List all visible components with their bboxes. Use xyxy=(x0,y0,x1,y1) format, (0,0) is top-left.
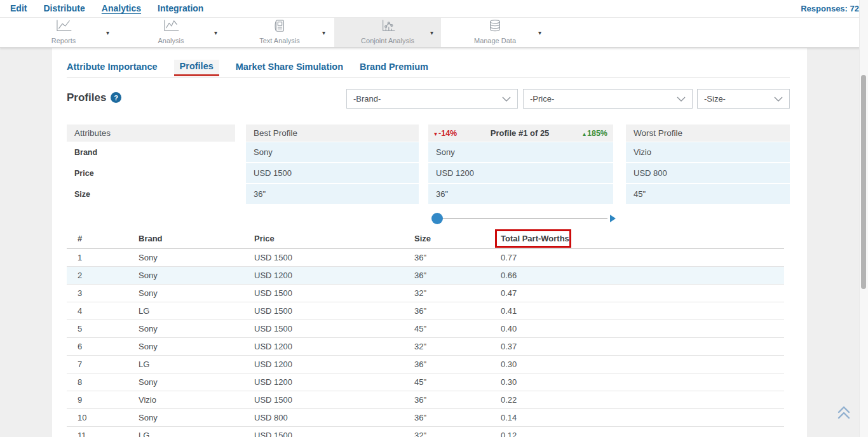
table-cell: 36" xyxy=(414,391,426,409)
table-cell: USD 1200 xyxy=(254,356,292,373)
size-filter-dropdown[interactable]: -Size- xyxy=(697,89,790,109)
table-cell: Vizio xyxy=(139,391,156,409)
table-cell: 0.22 xyxy=(501,391,517,409)
conjoint-analysis-dropdown-caret[interactable]: ▾ xyxy=(430,30,433,36)
table-cell: 32" xyxy=(414,285,426,302)
tab-brand-premium[interactable]: Brand Premium xyxy=(360,62,428,76)
reports-dropdown-caret[interactable]: ▾ xyxy=(106,30,109,36)
analysis-dropdown-caret[interactable]: ▾ xyxy=(214,30,217,36)
table-cell: 0.30 xyxy=(501,356,517,373)
table-header-number[interactable]: # xyxy=(78,234,82,243)
toolbar-button-conjoint-analysis[interactable]: Conjoint Analysis xyxy=(334,18,441,47)
analytics-toolbar: Reports ▾ Analysis ▾ Text Analysis ▾ Con… xyxy=(0,18,868,48)
toolbar-button-text-analysis[interactable]: Text Analysis xyxy=(232,18,327,47)
table-cell: USD 1500 xyxy=(254,249,292,267)
current-profile-size-cell: 36" xyxy=(428,184,613,204)
slider-arrow-right-icon[interactable] xyxy=(610,215,616,222)
toolbar-label: Reports xyxy=(51,37,76,44)
triangle-up-icon: ▴ xyxy=(583,130,586,137)
current-profile-header: ▾-14% Profile #1 of 25 ▴185% xyxy=(428,124,613,142)
toolbar-button-reports[interactable]: Reports xyxy=(16,18,111,47)
profile-slider xyxy=(428,212,616,225)
nav-item-distribute[interactable]: Distribute xyxy=(43,3,85,15)
table-cell: LG xyxy=(139,427,149,437)
table-cell: LG xyxy=(139,356,149,373)
profile-slider-handle[interactable] xyxy=(431,213,443,224)
page-title: Profiles xyxy=(67,91,106,104)
table-cell: 0.14 xyxy=(501,409,517,427)
table-row[interactable]: 11LGUSD 150032"0.12 xyxy=(67,427,784,437)
price-filter-value: -Price- xyxy=(530,94,554,104)
best-profile-size-cell: 36" xyxy=(246,184,419,204)
trend-chart-icon xyxy=(161,19,180,36)
table-cell: Sony xyxy=(139,338,158,356)
profile-slider-track[interactable] xyxy=(437,218,607,219)
tab-attribute-importance[interactable]: Attribute Importance xyxy=(67,62,158,76)
document-grid-icon xyxy=(270,19,289,36)
table-row[interactable]: 3SonyUSD 150032"0.47 xyxy=(67,285,784,302)
table-header-total-part-worths[interactable]: Total Part-Worths xyxy=(501,234,569,243)
table-row[interactable]: 7LGUSD 120036"0.30 xyxy=(67,356,784,373)
table-row[interactable]: 9VizioUSD 150036"0.22 xyxy=(67,391,784,409)
table-cell: 45" xyxy=(414,320,426,338)
table-cell: USD 1200 xyxy=(254,267,292,285)
table-row[interactable]: 10SonyUSD 80036"0.14 xyxy=(67,409,784,427)
help-icon[interactable]: ? xyxy=(111,92,121,103)
table-cell: Sony xyxy=(139,285,158,302)
table-row[interactable]: 2SonyUSD 120036"0.66 xyxy=(67,267,784,285)
nav-item-integration[interactable]: Integration xyxy=(158,3,203,15)
nav-item-analytics[interactable]: Analytics xyxy=(102,3,141,15)
attribute-label-brand: Brand xyxy=(74,142,97,162)
top-nav: Edit Distribute Analytics Integration Re… xyxy=(0,0,868,18)
conjoint-chart-icon xyxy=(378,19,397,36)
toolbar-label: Manage Data xyxy=(474,37,516,44)
vertical-scrollbar-track[interactable] xyxy=(859,0,868,437)
table-row[interactable]: 4LGUSD 150036"0.41 xyxy=(67,302,784,320)
best-profile-brand-cell: Sony xyxy=(246,142,419,162)
table-cell: USD 1200 xyxy=(254,373,292,391)
table-cell: Sony xyxy=(139,373,158,391)
chevron-down-icon xyxy=(677,97,686,102)
table-row[interactable]: 8SonyUSD 120045"0.30 xyxy=(67,373,784,391)
table-cell: 6 xyxy=(78,338,82,356)
tab-profiles[interactable]: Profiles xyxy=(174,60,219,76)
table-header-size[interactable]: Size xyxy=(414,234,431,243)
table-cell: 0.47 xyxy=(501,285,517,302)
table-row[interactable]: 5SonyUSD 150045"0.40 xyxy=(67,320,784,338)
table-cell: 0.40 xyxy=(501,320,517,338)
table-header-brand[interactable]: Brand xyxy=(139,234,163,243)
toolbar-label: Analysis xyxy=(158,37,184,44)
table-cell: Sony xyxy=(139,267,158,285)
table-cell: USD 1500 xyxy=(254,302,292,320)
price-filter-dropdown[interactable]: -Price- xyxy=(523,89,693,109)
tab-market-share-simulation[interactable]: Market Share Simulation xyxy=(236,62,343,76)
manage-data-dropdown-caret[interactable]: ▾ xyxy=(538,30,541,36)
table-cell: 36" xyxy=(414,267,426,285)
table-row[interactable]: 1SonyUSD 150036"0.77 xyxy=(67,249,784,267)
vertical-scrollbar-thumb[interactable] xyxy=(861,75,866,289)
nav-item-edit[interactable]: Edit xyxy=(10,3,27,15)
toolbar-label: Conjoint Analysis xyxy=(361,37,414,44)
current-profile-price-cell: USD 1200 xyxy=(428,163,613,183)
better-percentage: ▴185% xyxy=(583,129,607,138)
content-panel: Attribute Importance Profiles Market Sha… xyxy=(52,48,807,437)
current-profile-title: Profile #1 of 25 xyxy=(457,128,583,138)
scroll-to-top-button[interactable] xyxy=(836,405,851,421)
brand-filter-dropdown[interactable]: -Brand- xyxy=(346,89,518,109)
table-cell: 45" xyxy=(414,373,426,391)
toolbar-button-manage-data[interactable]: Manage Data xyxy=(447,18,543,47)
table-cell: 8 xyxy=(78,373,82,391)
table-cell: Sony xyxy=(139,409,158,427)
line-chart-icon xyxy=(54,19,73,36)
table-cell: 10 xyxy=(78,409,86,427)
text-analysis-dropdown-caret[interactable]: ▾ xyxy=(322,30,325,36)
toolbar-button-analysis[interactable]: Analysis xyxy=(123,18,219,47)
toolbar-label: Text Analysis xyxy=(259,37,300,44)
table-row[interactable]: 6SonyUSD 120032"0.37 xyxy=(67,338,784,356)
table-cell: 0.30 xyxy=(501,373,517,391)
responses-count[interactable]: Responses: 72 xyxy=(801,4,859,13)
worst-profile-header: Worst Profile xyxy=(626,124,790,142)
table-cell: USD 1500 xyxy=(254,391,292,409)
best-profile-price-cell: USD 1500 xyxy=(246,163,419,183)
table-header-price[interactable]: Price xyxy=(254,234,275,243)
